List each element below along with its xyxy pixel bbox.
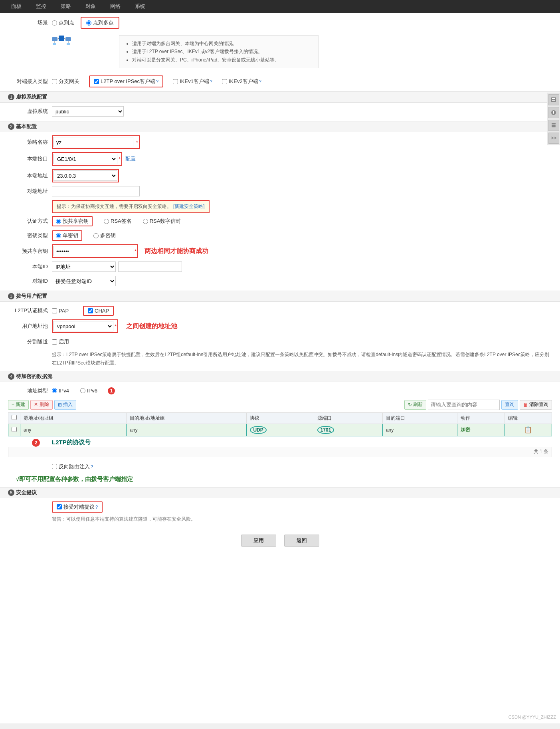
search-input[interactable]: [428, 400, 500, 410]
cb-ikev2-label[interactable]: IKEv2客户端 ?: [222, 78, 261, 85]
auth-psk-label[interactable]: 预共享密钥: [52, 216, 93, 226]
nav-item-monitor[interactable]: 监控: [29, 3, 53, 10]
side-btn-1[interactable]: [548, 94, 559, 105]
cb-reverse-route[interactable]: [52, 464, 57, 469]
scene-p2mp-label: 点到多点: [93, 19, 114, 26]
cb-ikev1-label[interactable]: IKEv1客户端 ?: [173, 78, 212, 85]
td-edit[interactable]: 📋: [505, 424, 552, 436]
local-address-row: 本端地址 23.0.0.3: [8, 169, 552, 182]
td-action: 加密: [457, 424, 505, 436]
local-address-select[interactable]: 23.0.0.3: [53, 170, 117, 181]
network-icon: [52, 34, 71, 48]
cb-chap[interactable]: [88, 308, 93, 313]
config-link[interactable]: 配置: [125, 155, 136, 162]
auth-psk-radio[interactable]: [56, 219, 61, 224]
info-box-wrapper: 适用于对端为多台网关、本端为中心网关的情况。 适用于L2TP over IPSe…: [52, 32, 552, 71]
nav-item-system[interactable]: 系统: [128, 3, 152, 10]
auth-rsa-radio[interactable]: [104, 219, 109, 224]
scene-p2p-radio[interactable]: [52, 20, 57, 26]
local-id-select[interactable]: IP地址: [52, 261, 116, 272]
cb-pap-text: PAP: [59, 308, 69, 314]
th-src-addr: 源地址/地址组: [20, 412, 127, 424]
edit-icon[interactable]: 📋: [524, 426, 532, 433]
scene-p2mp-radio[interactable]: [86, 20, 91, 26]
scene-point-to-point[interactable]: 点到点: [52, 19, 74, 26]
nav-item-network[interactable]: 网络: [103, 3, 128, 10]
local-id-input[interactable]: [118, 261, 182, 272]
psk-input[interactable]: [53, 246, 133, 256]
peer-address-row: 对端地址: [8, 186, 552, 197]
auth-rsa-cert-radio[interactable]: [143, 219, 148, 224]
td-dst-addr: any: [127, 424, 247, 436]
btn-new[interactable]: + 新建: [8, 400, 29, 410]
cb-enable-label[interactable]: 启用: [52, 338, 69, 345]
select-all-checkbox[interactable]: [12, 415, 17, 420]
rb-ipv4-radio[interactable]: [52, 388, 57, 393]
cb-pap-label[interactable]: PAP: [52, 308, 69, 314]
new-security-link[interactable]: [新建安全策略]: [173, 203, 205, 210]
key-type-row: 密钥类型 单密钥 多密钥: [8, 230, 552, 241]
side-btn-2[interactable]: [548, 107, 559, 118]
cb-ikev2[interactable]: [222, 79, 227, 84]
btn-refresh[interactable]: ↻ 刷新: [404, 400, 426, 410]
virtual-system-select[interactable]: public: [52, 106, 124, 117]
key-single-label[interactable]: 单密钥: [52, 230, 82, 241]
cb-enable[interactable]: [52, 339, 57, 345]
cb-branch-label[interactable]: 分支网关: [52, 78, 79, 85]
rb-ipv6-label[interactable]: IPv6: [80, 388, 97, 394]
rb-ipv6-radio[interactable]: [80, 388, 85, 393]
cb-ikev1[interactable]: [173, 79, 178, 84]
btn-apply[interactable]: 应用: [241, 535, 276, 547]
cb-accept-peer-label[interactable]: 接受对端提议 ?: [52, 501, 103, 513]
peer-id-select[interactable]: 接受任意对端ID: [52, 276, 116, 286]
cb-l2tp[interactable]: [94, 79, 99, 84]
btn-clear-query[interactable]: 🗑 清除查询: [520, 400, 552, 410]
scene-point-to-multipoint[interactable]: 点到多点: [81, 17, 119, 29]
address-type-content: IPv4 IPv6 1: [52, 387, 552, 394]
cb-accept-peer[interactable]: [57, 504, 62, 509]
nav-item-policy[interactable]: 策略: [53, 3, 78, 10]
section1-title: 虚拟系统配置: [16, 93, 47, 101]
section3-header: 3 拨号用户配置: [0, 291, 560, 302]
btn-delete[interactable]: ✕ 删除: [30, 400, 52, 410]
nav-item-objects[interactable]: 对象: [78, 3, 103, 10]
auth-rsa-label[interactable]: RSA签名: [104, 218, 132, 225]
svg-rect-14: [553, 113, 554, 114]
svg-line-3: [57, 38, 59, 39]
cb-reverse-route-label[interactable]: 反向路由注入 ?: [52, 463, 93, 470]
nav-item-panel[interactable]: 面板: [4, 3, 29, 10]
peer-address-input[interactable]: [52, 186, 140, 196]
key-multi-radio[interactable]: [93, 233, 99, 238]
key-single-radio[interactable]: [56, 233, 61, 238]
cb-l2tp-label[interactable]: L2TP over IPSec客户端 ?: [89, 75, 163, 87]
key-type-label: 密钥类型: [8, 232, 52, 239]
btn-back[interactable]: 返回: [284, 535, 319, 547]
td-protocol: UDP: [247, 424, 314, 436]
trash-icon: 🗑: [523, 402, 528, 408]
cb-branch[interactable]: [52, 79, 57, 84]
l2tp-tip: 提示：L2TP over IPSec策略属于快捷配置，生效后在L2TP组defa…: [52, 351, 552, 367]
side-btn-more[interactable]: >>: [548, 133, 559, 144]
btn-insert[interactable]: ⊞ 插入: [54, 400, 76, 410]
cb-chap-label[interactable]: CHAP: [83, 306, 114, 316]
address-pool-select[interactable]: vpnpool: [53, 321, 113, 331]
svg-rect-16: [552, 125, 556, 126]
local-interface-select[interactable]: GE1/0/1: [53, 154, 117, 164]
row-checkbox[interactable]: [12, 427, 17, 432]
virtual-system-row: 虚拟系统 public: [8, 106, 552, 117]
btn-query[interactable]: 查询: [501, 400, 518, 410]
scene-row: 场景 点到点 点到多点: [8, 17, 552, 29]
table-row: any any UDP 1701 any 加密 📋: [8, 424, 552, 436]
auth-rsa-cert-label[interactable]: RSA数字信封: [143, 218, 181, 225]
rb-ipv6-text: IPv6: [87, 388, 97, 394]
side-btn-3[interactable]: [548, 120, 559, 131]
peer-access-row: 对端接入类型 分支网关 L2TP over IPSec客户端 ? IKEv1客户…: [8, 75, 552, 87]
rb-ipv4-label[interactable]: IPv4: [52, 388, 69, 394]
key-multi-label[interactable]: 多密钥: [93, 232, 116, 239]
peer-id-content: 接受任意对端ID: [52, 276, 552, 286]
cb-pap[interactable]: [52, 308, 57, 313]
address-pool-label: 用户地址池: [8, 323, 52, 330]
peer-access-label: 对端接入类型: [8, 78, 52, 85]
policy-name-input[interactable]: [53, 137, 133, 147]
split-tunnel-label: 分割隧道: [8, 338, 52, 345]
